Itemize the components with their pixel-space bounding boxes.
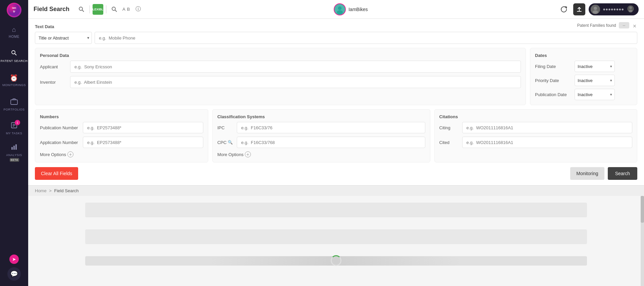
publication-date-row: Publication Date Inactive Active [535,89,632,100]
cpc-label: CPC 🔍 [217,140,234,145]
svg-point-18 [338,6,342,10]
close-panel-button[interactable]: × [631,22,639,30]
text-search-input[interactable] [95,32,637,44]
numbers-more-options-label: More Options [40,152,66,157]
upload-btn[interactable] [573,3,585,15]
personal-data-section: Personal Data Applicant Inventor [35,48,526,105]
svg-point-19 [337,10,343,14]
classification-more-options-label: More Options [217,152,244,157]
breadcrumb-home[interactable]: Home [35,188,47,193]
search-icon-btn[interactable] [76,4,87,15]
citations-section-label: Citations [439,114,632,119]
sidebar-item-monitorings[interactable]: ⏰ MONITORINGS [0,68,28,92]
priority-date-select[interactable]: Inactive Active [575,75,615,86]
sidebar: iam ip ⌂ HOME PATENT SEARCH ⏰ MONITORING… [0,0,28,286]
svg-rect-11 [13,146,15,150]
sidebar-item-analysis[interactable]: ANALYSIS BETA [0,141,28,165]
sidebar-item-patent-search[interactable]: PATENT SEARCH [0,44,28,68]
numbers-more-options[interactable]: More Options + [40,151,203,157]
monitorings-icon: ⏰ [10,74,18,82]
publication-number-row: Publication Number [40,122,203,133]
filing-date-select[interactable]: Inactive Active [575,61,615,72]
topbar-divider-1 [90,5,90,13]
classification-section-label: Classification Systems [217,114,425,119]
citations-section: Citations Citing Cited [434,109,637,162]
search-button[interactable]: Search [608,167,637,180]
right-buttons: Monitoring Search [570,167,637,180]
result-placeholder-1 [85,203,587,217]
sidebar-item-home-label: HOME [9,35,19,39]
loading-indicator [331,255,341,266]
text-data-section: Text Data Title or Abstract Title Abstra… [35,24,637,44]
monitoring-button[interactable]: Monitoring [570,167,604,180]
app-logo[interactable]: iam ip [0,0,28,20]
citing-input[interactable] [462,122,632,133]
publication-number-input[interactable] [83,122,203,133]
cpc-input[interactable] [237,137,425,148]
sidebar-item-portfolios-label: PORTFOLIOS [4,108,25,111]
filing-date-select-wrap: Inactive Active [575,61,615,72]
patent-families-label: Patent Families found [577,23,616,28]
user-pill-avatar [591,5,600,14]
cited-row: Cited [439,137,632,148]
classification-section: Classification Systems IPC CPC 🔍 More Op… [212,109,430,162]
refresh-btn[interactable] [558,3,570,15]
analysis-icon [11,144,17,152]
applicant-input[interactable] [70,61,521,73]
action-row: Clear All Fields Monitoring Search [35,167,637,180]
search-alt-icon-btn[interactable] [109,4,120,15]
user-name-label: IamBikes [348,7,368,12]
ipc-input[interactable] [237,122,425,133]
sidebar-item-home[interactable]: ⌂ HOME [0,20,28,44]
flexible-label: FLEXIBLE [91,8,105,11]
priority-date-label: Priority Date [535,78,572,83]
logo-image: iam ip [7,3,21,17]
sidebar-item-portfolios[interactable]: PORTFOLIOS [0,92,28,117]
dates-section: Dates Filing Date Inactive Active Priori… [530,48,637,105]
personal-dates-row: Personal Data Applicant Inventor Dates F… [35,48,637,105]
results-area [28,196,644,286]
patent-families-value: – [619,22,629,28]
text-data-label: Text Data [35,24,637,29]
breadcrumb-bar: Home > Field Search [28,186,644,196]
patent-families-info: Patent Families found – [577,22,629,28]
topbar-actions: ●●●●●●●● [558,3,639,15]
user-pill-avatar-right [627,5,635,14]
svg-text:ip: ip [13,10,15,13]
text-data-row: Title or Abstract Title Abstract Claims … [35,32,637,44]
citing-row: Citing [439,122,632,133]
breadcrumb-current: Field Search [54,188,79,193]
ipc-label: IPC [217,125,234,130]
text-type-select[interactable]: Title or Abstract Title Abstract Claims … [35,32,92,44]
expand-sidebar-button[interactable]: ➤ [9,255,19,264]
user-avatar [334,3,346,15]
user-pill[interactable]: ●●●●●●●● [589,3,639,15]
user-pill-name: ●●●●●●●● [603,7,624,12]
page-title: Field Search [34,6,69,13]
sidebar-item-my-tasks[interactable]: 1 MY TASKS [0,117,28,141]
publication-date-select[interactable]: Inactive Active [575,89,615,100]
inventor-input[interactable] [70,76,521,88]
publication-number-label: Publication Number [40,125,80,130]
inventor-label: Inventor [40,80,67,85]
scrollbar-thumb[interactable] [641,196,644,223]
classification-more-options[interactable]: More Options + [217,151,425,157]
application-number-input[interactable] [83,137,203,148]
flexible-btn[interactable]: FLEXIBLE [93,4,103,15]
svg-point-23 [593,10,598,14]
cpc-row: CPC 🔍 [217,137,425,148]
scrollbar[interactable] [641,196,644,286]
clear-all-fields-button[interactable]: Clear All Fields [35,167,78,180]
chat-button[interactable]: 💬 [7,267,21,281]
patent-search-icon [11,50,17,58]
numbers-section: Numbers Publication Number Application N… [35,109,208,162]
sidebar-item-my-tasks-label: MY TASKS [6,132,22,135]
info-icon-btn[interactable]: ⓘ [133,4,144,15]
topbar: Field Search FLEXIBLE A B ⓘ [28,0,644,19]
cpc-search-icon[interactable]: 🔍 [228,140,233,145]
inventor-row: Inventor [40,76,521,88]
filing-date-label: Filing Date [535,64,572,69]
cited-input[interactable] [462,137,632,148]
sidebar-item-analysis-label: ANALYSIS [6,153,22,157]
topbar-divider-2 [106,5,106,13]
